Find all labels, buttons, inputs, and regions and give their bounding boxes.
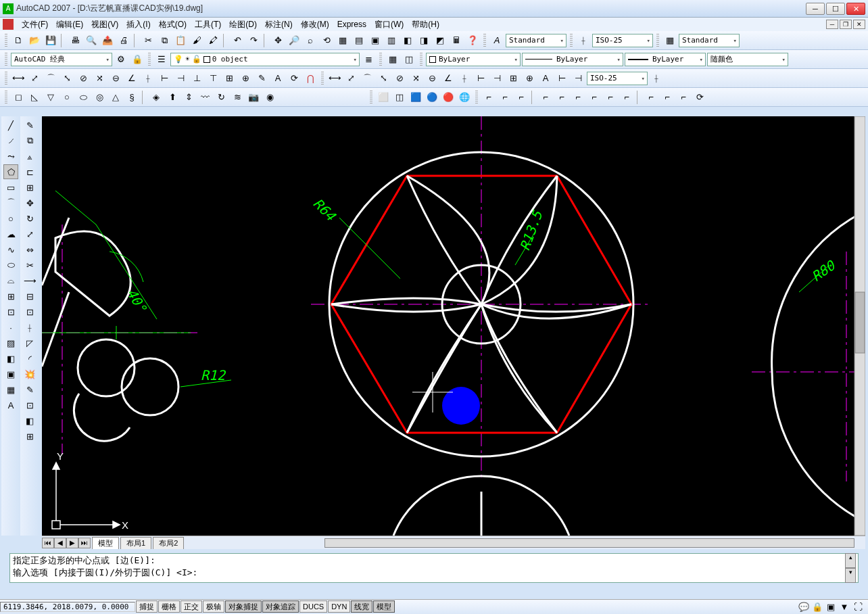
chamfer-icon[interactable]: ◸ (22, 335, 37, 350)
dim2-cont-icon[interactable]: ⊣ (489, 71, 504, 86)
ucs-globe-icon[interactable]: 🔴 (441, 90, 456, 105)
horizontal-scrollbar[interactable] (324, 538, 854, 548)
zoom-prev-icon[interactable]: ⟲ (319, 33, 334, 48)
dim-baseline-icon[interactable]: ⊢ (157, 71, 172, 86)
table-style-icon[interactable]: ▦ (662, 33, 677, 48)
dim-override-icon[interactable]: ⟊ (649, 71, 664, 86)
wedge-icon[interactable]: ◺ (27, 90, 42, 105)
tab-next[interactable]: ▶ (66, 538, 78, 548)
copy-obj-icon[interactable]: ⧉ (22, 133, 37, 148)
revolve-icon[interactable]: ↻ (214, 90, 228, 105)
tolerance-icon[interactable]: ⊞ (222, 71, 237, 86)
modify-1-icon[interactable]: ✎ (22, 382, 37, 397)
menu-insert[interactable]: 插入(I) (122, 19, 154, 30)
menu-dimension[interactable]: 标注(N) (261, 19, 297, 30)
sweep-icon[interactable]: 〰 (197, 90, 212, 105)
calc-icon[interactable]: 🖩 (449, 33, 464, 48)
ellipse-arc-icon[interactable]: ⌓ (3, 273, 18, 288)
print-icon[interactable]: 🖶 (68, 33, 82, 48)
dim-ordinate-icon[interactable]: ⤡ (59, 71, 74, 86)
modify-4-icon[interactable]: ⊞ (22, 429, 37, 444)
array-icon[interactable]: ⊞ (22, 180, 37, 195)
tab-layout1[interactable]: 布局1 (120, 537, 151, 549)
layer-dropdown[interactable]: 💡 ☀ 🔓 0 object (170, 53, 360, 66)
color-dropdown[interactable]: ByLayer (426, 53, 521, 66)
ws-icon[interactable]: ▦ (335, 33, 350, 48)
polysolid-icon[interactable]: ◈ (149, 90, 164, 105)
dim-edit-icon[interactable]: ✎ (254, 71, 269, 86)
tb-icon-6[interactable]: ◩ (433, 33, 448, 48)
modify-3-icon[interactable]: ◧ (22, 413, 37, 428)
cylinder-icon[interactable]: ⬭ (76, 90, 91, 105)
dim2-rad-icon[interactable]: ⊘ (392, 71, 407, 86)
command-window[interactable]: 指定正多边形的中心点或 [边(E)]: 输入选项 [内接于圆(I)/外切于圆(C… (9, 553, 859, 583)
dim-style-dropdown[interactable]: ISO-25 (592, 34, 653, 47)
status-对象追踪[interactable]: 对象追踪 (262, 600, 299, 613)
torus-icon[interactable]: ◎ (92, 90, 107, 105)
layer-state-icon[interactable]: ▦ (385, 52, 400, 67)
ucs-world-icon[interactable]: ⬜ (376, 90, 391, 105)
mdi-restore[interactable]: ❐ (840, 20, 852, 29)
minimize-button[interactable]: ─ (806, 3, 825, 15)
mirror-icon[interactable]: ⟁ (22, 149, 37, 164)
mdi-minimize[interactable]: ─ (826, 20, 838, 29)
maximize-button[interactable]: ☐ (826, 3, 845, 15)
ucs-icon-10[interactable]: ⌐ (644, 90, 658, 105)
dim2-linear-icon[interactable]: ⟷ (327, 71, 342, 86)
dim-jogged-icon[interactable]: ⤨ (92, 71, 107, 86)
spline-icon[interactable]: ∿ (3, 242, 18, 257)
make-block-icon[interactable]: ⊡ (3, 304, 18, 319)
comm-icon[interactable]: 💬 (798, 601, 810, 613)
ucs-icon-7[interactable]: ⌐ (587, 90, 602, 105)
erase-icon[interactable]: ✎ (22, 118, 37, 133)
dim-update-icon[interactable]: ⟳ (287, 71, 302, 86)
dim2-ang-icon[interactable]: ∠ (441, 71, 456, 86)
modify-2-icon[interactable]: ⊡ (22, 398, 37, 412)
lineweight-dropdown[interactable]: ByLayer (625, 53, 706, 66)
offset-icon[interactable]: ⊏ (22, 164, 37, 179)
dim2-edit-icon[interactable]: A (538, 71, 553, 86)
menu-format[interactable]: 格式(O) (155, 19, 191, 30)
revcloud-icon[interactable]: ☁ (3, 227, 18, 241)
layer-prev-icon[interactable]: ≣ (361, 52, 376, 67)
table-style-dropdown[interactable]: Standard (679, 34, 740, 47)
xline-icon[interactable]: ⟋ (3, 133, 18, 148)
dim2-arc-icon[interactable]: ⌒ (360, 71, 375, 86)
helix-icon[interactable]: § (124, 90, 139, 105)
open-icon[interactable]: 📂 (27, 33, 42, 48)
dim-continue-icon[interactable]: ⊣ (173, 71, 188, 86)
line-icon[interactable]: ╱ (3, 118, 18, 133)
rotate-icon[interactable]: ↻ (22, 211, 37, 226)
join-icon[interactable]: ⟊ (22, 320, 37, 335)
tray-icon[interactable]: ▣ (825, 601, 837, 613)
status-DUCS[interactable]: DUCS (299, 600, 327, 613)
dim-linear-icon[interactable]: ⟷ (11, 71, 26, 86)
dim-aligned-icon[interactable]: ⤢ (27, 71, 42, 86)
dim2-cmark-icon[interactable]: ⊕ (522, 71, 537, 86)
dim-diameter-icon[interactable]: ⊖ (108, 71, 123, 86)
dim2-tedit-icon[interactable]: ⊢ (554, 71, 569, 86)
cmd-scroll-up[interactable]: ▴ (845, 553, 856, 568)
dim-tedit-icon[interactable]: A (270, 71, 285, 86)
matchprop-icon[interactable]: 🖌 (189, 33, 204, 48)
dim2-ord-icon[interactable]: ⤡ (376, 71, 391, 86)
plotstyle-dropdown[interactable]: 随颜色 (707, 53, 788, 66)
tray-icon-2[interactable]: ▼ (838, 601, 850, 613)
menu-modify[interactable]: 修改(M) (297, 19, 333, 30)
table-icon[interactable]: ▦ (3, 382, 18, 397)
menu-draw[interactable]: 绘图(D) (225, 19, 261, 30)
sphere-icon[interactable]: ○ (59, 90, 74, 105)
tab-layout2[interactable]: 布局2 (153, 537, 184, 549)
ucs-icon-8[interactable]: ⌐ (603, 90, 618, 105)
camera-icon[interactable]: 📷 (246, 90, 261, 105)
gradient-icon[interactable]: ◧ (3, 351, 18, 366)
status-模型[interactable]: 模型 (373, 600, 395, 613)
paste-icon[interactable]: 📋 (173, 33, 188, 48)
cone-icon[interactable]: ▽ (43, 90, 58, 105)
tb-icon-4[interactable]: ◧ (400, 33, 415, 48)
layer-manager-icon[interactable]: ☰ (154, 52, 169, 67)
presspull-icon[interactable]: ⇕ (181, 90, 196, 105)
status-正交[interactable]: 正交 (180, 600, 202, 613)
ucs-icon-12[interactable]: ⌐ (676, 90, 691, 105)
circle-icon[interactable]: ○ (3, 211, 18, 226)
